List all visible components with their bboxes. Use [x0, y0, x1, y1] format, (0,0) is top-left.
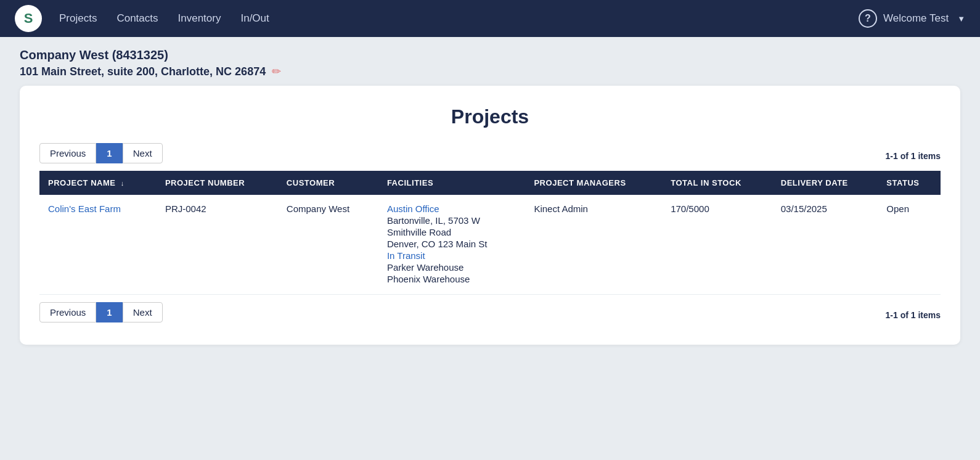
cell-customer: Company West: [278, 195, 378, 295]
pagination-top-info: 1-1 of 1 items: [886, 151, 941, 161]
header-row: PROJECT NAME ↓ PROJECT NUMBER CUSTOMER F…: [39, 171, 941, 195]
col-project-name-label: PROJECT NAME: [48, 178, 116, 187]
pagination-bottom-info: 1-1 of 1 items: [886, 310, 941, 320]
user-dropdown-arrow[interactable]: ▼: [957, 14, 965, 23]
table-body: Colin's East FarmPRJ-0042Company WestAus…: [39, 195, 941, 295]
facility-item[interactable]: In Transit: [387, 250, 517, 261]
col-facilities: FACILITIES: [378, 171, 526, 195]
subheader: Company West (8431325) 101 Main Street, …: [0, 37, 980, 86]
facility-item: Denver, CO 123 Main St: [387, 239, 517, 249]
company-name: Company West (8431325): [20, 48, 960, 62]
next-btn-top[interactable]: Next: [123, 143, 163, 163]
cell-project-number: PRJ-0042: [157, 195, 278, 295]
help-icon[interactable]: ?: [859, 9, 877, 28]
company-address: 101 Main Street, suite 200, Charlotte, N…: [20, 65, 266, 78]
pagination-top-row: Previous 1 Next 1-1 of 1 items: [39, 143, 941, 168]
logo-letter: S: [24, 10, 33, 27]
col-customer: CUSTOMER: [278, 171, 378, 195]
logo[interactable]: S: [15, 5, 42, 32]
nav-contacts[interactable]: Contacts: [116, 10, 158, 27]
col-project-name[interactable]: PROJECT NAME ↓: [39, 171, 157, 195]
facility-item[interactable]: Austin Office: [387, 203, 517, 214]
main-content: Projects Previous 1 Next 1-1 of 1 items …: [0, 86, 980, 364]
projects-card: Projects Previous 1 Next 1-1 of 1 items …: [20, 86, 960, 345]
facility-item: Parker Warehouse: [387, 262, 517, 273]
col-project-number: PROJECT NUMBER: [157, 171, 278, 195]
pagination-top: Previous 1 Next: [39, 143, 163, 163]
cell-project-name[interactable]: Colin's East Farm: [39, 195, 157, 295]
nav-inout[interactable]: In/Out: [240, 10, 269, 27]
welcome-text: Welcome Test: [883, 12, 949, 25]
col-delivery-date: DELIVERY DATE: [772, 171, 878, 195]
cell-status: Open: [878, 195, 941, 295]
col-project-managers: PROJECT MANAGERS: [525, 171, 662, 195]
navbar: S Projects Contacts Inventory In/Out ? W…: [0, 0, 980, 37]
nav-projects[interactable]: Projects: [59, 10, 97, 27]
prev-btn-bottom[interactable]: Previous: [39, 302, 96, 322]
cell-facilities: Austin OfficeBartonville, IL, 5703 WSmit…: [378, 195, 526, 295]
col-total-in-stock: TOTAL IN STOCK: [662, 171, 772, 195]
company-address-row: 101 Main Street, suite 200, Charlotte, N…: [20, 65, 960, 78]
cell-delivery-date: 03/15/2025: [772, 195, 878, 295]
pagination-bottom: Previous 1 Next: [39, 302, 163, 322]
facility-item: Bartonville, IL, 5703 W: [387, 215, 517, 226]
pagination-bottom-row: Previous 1 Next 1-1 of 1 items: [39, 302, 941, 327]
cell-total-in-stock: 170/5000: [662, 195, 772, 295]
nav-links: Projects Contacts Inventory In/Out: [59, 10, 859, 27]
nav-right: ? Welcome Test ▼: [859, 9, 965, 28]
sort-arrow-project-name: ↓: [121, 179, 125, 187]
cell-project-managers: Kinect Admin: [525, 195, 662, 295]
prev-btn-top[interactable]: Previous: [39, 143, 96, 163]
projects-table: PROJECT NAME ↓ PROJECT NUMBER CUSTOMER F…: [39, 171, 941, 295]
nav-inventory[interactable]: Inventory: [178, 10, 221, 27]
col-status: STATUS: [878, 171, 941, 195]
page-1-btn-bottom[interactable]: 1: [96, 302, 122, 322]
edit-address-icon[interactable]: ✏: [272, 65, 281, 78]
facility-item: Smithville Road: [387, 227, 517, 237]
next-btn-bottom[interactable]: Next: [123, 302, 163, 322]
table-row: Colin's East FarmPRJ-0042Company WestAus…: [39, 195, 941, 295]
page-1-btn-top[interactable]: 1: [96, 143, 122, 163]
facility-item: Phoenix Warehouse: [387, 274, 517, 284]
table-header: PROJECT NAME ↓ PROJECT NUMBER CUSTOMER F…: [39, 171, 941, 195]
card-title: Projects: [39, 105, 941, 128]
